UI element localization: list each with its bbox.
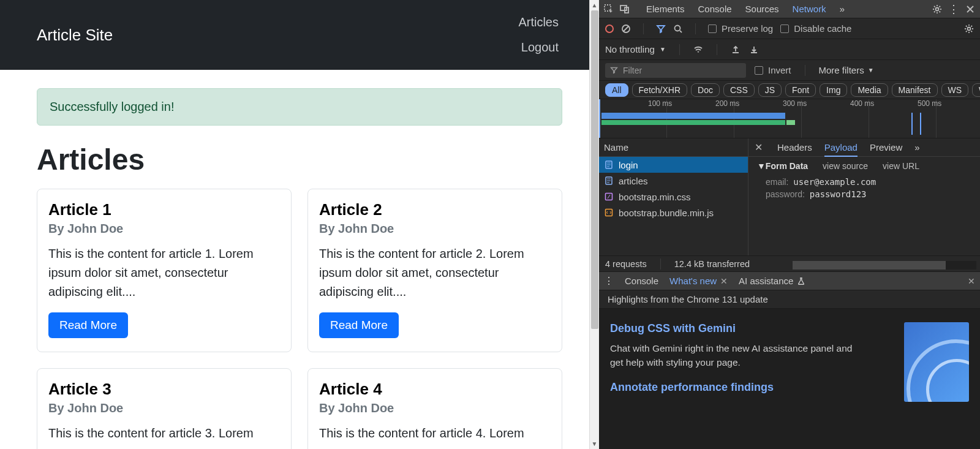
request-name: articles [619, 176, 648, 186]
view-source-link[interactable]: view source [823, 161, 868, 171]
pill-wasm[interactable]: Wasm [972, 83, 980, 97]
tab-sources[interactable]: Sources [745, 4, 779, 14]
preserve-log-checkbox[interactable]: Preserve log [708, 23, 773, 34]
network-toolbar-2: No throttling ▼ [599, 39, 980, 60]
detail-tab-headers[interactable]: Headers [777, 142, 812, 153]
request-name: bootstrap.bundle.min.js [619, 208, 714, 218]
close-icon[interactable] [965, 4, 975, 14]
css-icon [604, 192, 614, 202]
tab-console[interactable]: Console [698, 4, 732, 14]
whatsnew-paragraph-1: Chat with Gemini right in the new AI ass… [610, 341, 867, 370]
whatsnew-heading-1[interactable]: Debug CSS with Gemini [610, 322, 895, 335]
close-icon[interactable]: ✕ [720, 276, 728, 286]
pill-js[interactable]: JS [758, 83, 782, 97]
detail-tab-payload[interactable]: Payload [824, 142, 858, 157]
tick-label: 400 ms [850, 99, 874, 108]
form-data-heading[interactable]: ▼Form Data [757, 161, 808, 171]
kebab-icon[interactable]: ⋮ [948, 2, 959, 16]
scroll-down-icon[interactable]: ▼ [590, 439, 599, 449]
pill-css[interactable]: CSS [723, 83, 755, 97]
request-detail: ✕ Headers Payload Preview » ▼Form Data v… [748, 138, 980, 255]
wifi-icon[interactable] [693, 45, 703, 55]
doc-icon [604, 176, 614, 186]
view-url-link[interactable]: view URL [883, 161, 919, 171]
pill-doc[interactable]: Doc [691, 83, 720, 97]
form-key: email: [766, 177, 788, 187]
pill-img[interactable]: Img [820, 83, 847, 97]
horizontal-scrollbar[interactable] [793, 261, 976, 270]
network-status-bar: 4 requests 12.4 kB transferred [599, 256, 980, 272]
read-more-button[interactable]: Read More [319, 312, 399, 338]
pill-font[interactable]: Font [785, 83, 816, 97]
network-toolbar-1: Preserve log Disable cache [599, 18, 980, 39]
pill-all[interactable]: All [605, 83, 628, 97]
device-toggle-icon[interactable] [620, 4, 630, 14]
drawer-close-icon[interactable]: ✕ [968, 276, 975, 286]
tick-label: 200 ms [715, 99, 739, 108]
js-icon [604, 208, 614, 217]
devtools-pane: Elements Console Sources Network » ⋮ Pre… [599, 0, 980, 449]
site-scrollbar[interactable]: ▲ ▼ [589, 0, 599, 449]
disable-cache-label: Disable cache [794, 23, 851, 34]
nav-logout-link[interactable]: Logout [521, 40, 559, 55]
search-icon[interactable] [673, 24, 683, 34]
tab-network[interactable]: Network [793, 4, 826, 14]
filter-input[interactable]: Filter [605, 63, 746, 78]
request-row[interactable]: login [599, 157, 748, 173]
form-data-row: email: user@example.com [757, 176, 971, 188]
read-more-button[interactable]: Read More [48, 312, 128, 338]
clear-icon[interactable] [621, 24, 631, 34]
pill-ws[interactable]: WS [941, 83, 969, 97]
disable-cache-checkbox[interactable]: Disable cache [780, 23, 851, 34]
drawer-tab-whatsnew[interactable]: What's new✕ [669, 276, 728, 286]
filter-toggle-icon[interactable] [656, 24, 666, 34]
articles-grid: Article 1 By John Doe This is the conten… [37, 189, 562, 449]
request-row[interactable]: articles [599, 173, 748, 189]
gear-icon[interactable] [964, 24, 974, 34]
tab-elements[interactable]: Elements [646, 4, 685, 14]
request-row[interactable]: bootstrap.min.css [599, 189, 748, 205]
form-value: password123 [810, 189, 867, 199]
form-data-row: password: password123 [757, 188, 971, 200]
pill-fetch[interactable]: Fetch/XHR [632, 83, 687, 97]
close-detail-icon[interactable]: ✕ [755, 141, 763, 153]
gear-icon[interactable] [932, 4, 942, 14]
download-icon[interactable] [749, 45, 759, 55]
tabs-overflow-icon[interactable]: » [840, 4, 845, 14]
whatsnew-illustration [904, 322, 969, 402]
article-excerpt: This is the content for article 4. Lorem [319, 424, 551, 443]
pill-manifest[interactable]: Manifest [892, 83, 938, 97]
article-byline: By John Doe [319, 222, 551, 236]
preserve-log-label: Preserve log [722, 23, 773, 34]
doc-icon [604, 160, 614, 170]
scroll-thumb[interactable] [591, 10, 598, 329]
site-brand[interactable]: Article Site [37, 26, 113, 45]
drawer-kebab-icon[interactable]: ⋮ [604, 275, 614, 287]
invert-checkbox[interactable]: Invert [755, 65, 791, 75]
network-mid: Name login articles bootstrap.min.css bo… [599, 138, 980, 256]
request-list-header[interactable]: Name [599, 138, 748, 157]
detail-tabs-overflow-icon[interactable]: » [914, 142, 919, 153]
request-row[interactable]: bootstrap.bundle.min.js [599, 205, 748, 221]
record-icon[interactable] [605, 25, 614, 33]
article-excerpt: This is the content for article 2. Lorem… [319, 244, 551, 301]
request-list: Name login articles bootstrap.min.css bo… [599, 138, 748, 255]
whatsnew-heading-2[interactable]: Annotate performance findings [610, 381, 895, 394]
throttling-select[interactable]: No throttling ▼ [605, 44, 666, 55]
network-timeline[interactable]: 100 ms 200 ms 300 ms 400 ms 500 ms [599, 99, 980, 138]
nav-articles-link[interactable]: Articles [518, 15, 559, 29]
status-transferred: 12.4 kB transferred [674, 259, 750, 269]
scroll-up-icon[interactable]: ▲ [590, 0, 599, 10]
upload-icon[interactable] [731, 45, 741, 55]
article-card: Article 2 By John Doe This is the conten… [307, 189, 562, 352]
flask-icon [797, 277, 805, 285]
resource-type-pills: All Fetch/XHR Doc CSS JS Font Img Media … [599, 81, 980, 99]
svg-point-6 [968, 27, 971, 30]
drawer-tab-ai[interactable]: AI assistance [739, 276, 805, 286]
inspect-icon[interactable] [604, 4, 614, 14]
detail-tab-preview[interactable]: Preview [870, 142, 902, 153]
drawer-tab-console[interactable]: Console [625, 276, 658, 286]
more-filters-dropdown[interactable]: More filters▼ [819, 65, 874, 75]
site-navbar: Article Site Articles Logout [0, 0, 599, 70]
pill-media[interactable]: Media [851, 83, 888, 97]
